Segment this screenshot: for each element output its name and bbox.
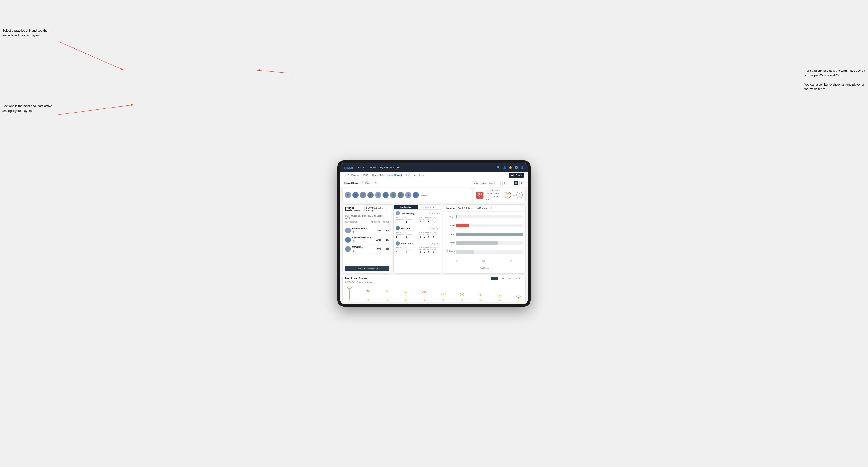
- streak-stem-5: [425, 294, 425, 299]
- tab-pga[interactable]: PGA: [363, 174, 368, 177]
- streaks-tab-ott[interactable]: OTT: [491, 277, 498, 280]
- bar-label-eagles: Eagles: [446, 216, 455, 218]
- view-full-leaderboard-button[interactable]: View Full Leaderboard: [345, 266, 390, 272]
- user-avatar-icon[interactable]: 👤: [521, 166, 524, 169]
- li-name-1: Richard Butler: [352, 227, 371, 230]
- avatar-1[interactable]: 👤: [345, 192, 351, 198]
- shot-detail-2: Start Lie: Rough: [486, 192, 502, 195]
- tab-tour[interactable]: Tour: [406, 174, 410, 177]
- streaks-tab-app[interactable]: APP: [499, 277, 506, 280]
- search-icon[interactable]: 🔍: [497, 166, 500, 169]
- bar-fill-birdies: [456, 224, 469, 227]
- streak-badge-6: 4x: [441, 293, 445, 295]
- show-period-arrow: ▼: [497, 182, 499, 184]
- total-rounds-group-3: Total Rounds Tournament 7 Practice 2: [396, 247, 417, 253]
- bar-track-bogeys: 311: [456, 241, 523, 245]
- avatar-8[interactable]: 👤: [398, 192, 404, 198]
- tab-team-clippd[interactable]: Team Clippd: [387, 174, 402, 177]
- most-active-tab[interactable]: Most Active: [394, 205, 418, 210]
- streaks-subtitle: Off The Tee, Fairway Accuracy: [345, 281, 523, 283]
- shot-circle-end-unit: yds: [519, 195, 521, 197]
- streak-dot-6: [443, 300, 444, 301]
- navbar-logo: clippd: [344, 166, 353, 169]
- edit-icon[interactable]: ✎: [375, 182, 376, 184]
- team-name: Team Clippd: [344, 182, 359, 184]
- settings-icon[interactable]: ⚙️: [515, 166, 518, 169]
- tab-hcaps[interactable]: Hcaps 1-5: [372, 174, 383, 177]
- bell-icon[interactable]: 🔔: [509, 166, 512, 169]
- bottom-row: Best Round Streaks OTT APP ARG PUTT Off …: [340, 275, 528, 304]
- add-team-button[interactable]: Add Team: [509, 173, 524, 178]
- scoring-filter-players[interactable]: All Players ▼: [475, 206, 491, 210]
- least-active-tab[interactable]: Least Active: [418, 205, 442, 210]
- arg-stat-2: ARG 0: [427, 234, 431, 238]
- avatar-7[interactable]: 👤: [390, 192, 397, 198]
- shot-badge-unit: SC: [478, 196, 481, 197]
- drill-select[interactable]: PUTT Must Make Putting... ▼: [365, 206, 390, 212]
- scoring-bar-chart: Eagles 3 Birdies 96: [443, 212, 525, 273]
- ott-stat-2: OTT 0: [418, 234, 422, 238]
- avatar-4[interactable]: 👤: [367, 192, 374, 198]
- avatar-5[interactable]: 👤: [375, 192, 381, 198]
- app-stat-2: APP 0: [423, 234, 426, 238]
- ott-stat-3: OTT 0: [418, 249, 422, 253]
- svg-line-2: [258, 70, 288, 73]
- list-item: Rees Britt 02 Sep 2023 Total Rounds Tour…: [394, 225, 441, 240]
- bar-fill-bogeys: [456, 241, 498, 245]
- streak-badge-1: 7x: [347, 286, 352, 289]
- practice-activities-group-1: Total Practice Activities OTT 0 APP 0: [418, 216, 440, 223]
- streak-badge-3: 6x: [385, 290, 389, 292]
- svg-line-1: [55, 105, 132, 115]
- view-list-icon[interactable]: ≡: [508, 181, 513, 185]
- streak-badge-9: 3x: [498, 294, 502, 297]
- putt-stat-2: PUTT 0: [432, 234, 436, 238]
- pa-header-3: Josh Coles 26 Aug 2023: [396, 241, 440, 246]
- bar-track-eagles: 3: [456, 215, 523, 218]
- avatar-2[interactable]: 👤: [352, 192, 359, 198]
- total-rounds-group-1: Total Rounds Tournament 7 Practice 6: [396, 216, 417, 223]
- streak-pin-5: 5x: [423, 291, 427, 301]
- view-card-icon[interactable]: ▦: [514, 181, 519, 185]
- avatar-6[interactable]: 👤: [382, 192, 389, 198]
- practice-stat-2: Practice 4: [406, 234, 412, 238]
- practice-activities-2: OTT 0 APP 0 ARG 0: [418, 234, 440, 238]
- bar-label-bogeys: Bogeys: [446, 242, 455, 244]
- leaderboard-title: Practice Leaderboards: [345, 207, 365, 212]
- nav-teams[interactable]: Teams: [368, 166, 376, 169]
- scoring-filter-par[interactable]: Par 3, 4 & 5s ▼: [456, 206, 474, 210]
- arg-stat-3: ARG 0: [427, 249, 431, 253]
- avatar-9[interactable]: 👤: [405, 192, 412, 198]
- nav-home[interactable]: Home: [358, 166, 365, 169]
- streak-pin-7: 4x: [460, 293, 464, 301]
- tournament-stat-3: Tournament 7: [396, 249, 404, 253]
- streak-dot-2: [368, 300, 369, 301]
- bar-track-pars: 499: [456, 232, 523, 236]
- table-row[interactable]: Edward Crossman 🥈 18/20 107: [343, 236, 392, 245]
- avatar-3[interactable]: 👤: [360, 192, 366, 198]
- tab-all-players[interactable]: All Players: [414, 174, 426, 177]
- tablet-screen: clippd Home Teams My Performance 🔍 👤 🔔 ⚙…: [340, 163, 528, 304]
- bar-row-bogeys: Bogeys 311: [446, 241, 523, 245]
- streaks-tabs: OTT APP ARG PUTT: [491, 277, 523, 280]
- streak-stem-4: [406, 294, 406, 299]
- team-header-right: Show: Last 3 months ▼ ⊞ ≡ ▦ ⇅: [472, 181, 524, 185]
- streaks-tab-arg[interactable]: ARG: [507, 277, 514, 280]
- putt-stat-3: PUTT 1: [432, 249, 436, 253]
- nav-my-performance[interactable]: My Performance: [380, 166, 399, 169]
- person-icon[interactable]: 👤: [503, 166, 506, 169]
- pa-date-1: 26 Aug 2023: [429, 212, 440, 214]
- show-period-select[interactable]: Last 3 months ▼: [480, 181, 500, 185]
- view-grid-icon[interactable]: ⊞: [502, 181, 507, 185]
- practice-stat-1: Practice 6: [406, 219, 412, 223]
- shot-details: Shot Dist: 16 yds Start Lie: Rough End L…: [486, 189, 502, 201]
- avatar-10[interactable]: 👤: [412, 192, 419, 198]
- navbar: clippd Home Teams My Performance 🔍 👤 🔔 ⚙…: [340, 163, 528, 172]
- shot-detail-3: End Lie: In The Hole: [486, 195, 502, 201]
- table-row[interactable]: Richard Butler 🥇 19/20 110: [343, 226, 392, 236]
- table-row[interactable]: Cameron... 🥉 17/20 103: [343, 245, 392, 254]
- app-stat-3: APP 0: [423, 249, 426, 253]
- players-label: Players: [421, 194, 427, 196]
- view-filter-icon[interactable]: ⇅: [519, 181, 524, 185]
- tab-pgat-players[interactable]: PGAT Players: [344, 174, 360, 177]
- streaks-tab-putt[interactable]: PUTT: [515, 277, 523, 280]
